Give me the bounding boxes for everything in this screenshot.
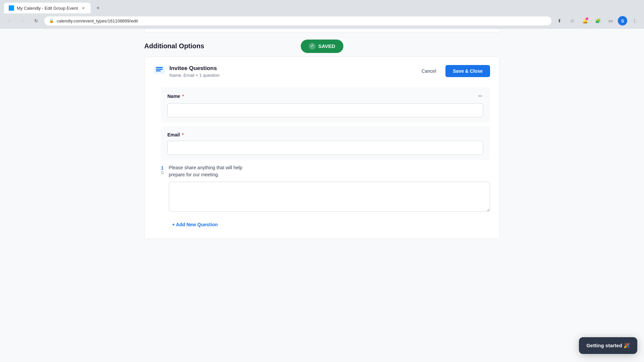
browser-chrome: My Calendly - Edit Group Event ✕ + ← → ↻…: [0, 0, 644, 29]
address-bar[interactable]: 🔒 calendly.com/event_types/161108899/edi…: [44, 16, 551, 25]
saved-badge: ✓ SAVED: [301, 40, 343, 53]
toolbar-actions: ⬆ ☆ 🔔 🧩 ▭ S ⋮: [554, 15, 640, 26]
card-title-group: Invitee Questions Name, Email + 1 questi…: [154, 65, 219, 78]
question-body: Please share anything that will helpprep…: [169, 164, 490, 213]
bottom-area: [144, 239, 500, 244]
getting-started-label: Getting started 🎉: [586, 343, 630, 349]
card-title-text: Invitee Questions Name, Email + 1 questi…: [169, 65, 219, 78]
email-field-label: Email *: [167, 132, 483, 137]
questions-area: Name * ✏ Email * 1 ⇅: [154, 87, 490, 231]
getting-started-widget[interactable]: Getting started 🎉: [579, 337, 637, 354]
sidebar-toggle-button[interactable]: ▭: [605, 15, 616, 26]
tab-favicon: [9, 5, 14, 11]
sort-icon[interactable]: ⇅: [161, 171, 164, 175]
back-button[interactable]: ←: [4, 15, 15, 26]
additional-options-title: Additional Options: [144, 42, 204, 50]
tab-title: My Calendly - Edit Group Event: [17, 6, 78, 11]
share-button[interactable]: ⬆: [554, 15, 565, 26]
lock-icon: 🔒: [49, 18, 54, 23]
page-content: Additional Options ✓ SAVED: [0, 29, 644, 361]
saved-check-icon: ✓: [309, 43, 316, 50]
browser-titlebar: My Calendly - Edit Group Event ✕ +: [0, 0, 644, 13]
question-textarea[interactable]: [169, 182, 490, 212]
forward-button[interactable]: →: [17, 15, 28, 26]
name-question-field: Name * ✏: [161, 87, 490, 123]
svg-rect-0: [156, 67, 163, 68]
svg-rect-1: [156, 69, 163, 70]
content-wrapper: Additional Options ✓ SAVED: [138, 29, 506, 258]
new-tab-button[interactable]: +: [93, 3, 103, 13]
question-number-controls: 1 ⇅: [161, 164, 164, 175]
cancel-button[interactable]: Cancel: [416, 66, 442, 76]
name-edit-button[interactable]: ✏: [478, 93, 483, 100]
add-new-question-button[interactable]: + Add New Question: [172, 219, 490, 231]
bookmark-button[interactable]: ☆: [567, 15, 578, 26]
tab-close-button[interactable]: ✕: [80, 5, 86, 11]
email-required-star: *: [182, 132, 183, 137]
question-text: Please share anything that will helpprep…: [169, 164, 490, 178]
email-input[interactable]: [167, 141, 483, 155]
email-question-field: Email *: [161, 127, 490, 160]
reload-button[interactable]: ↻: [31, 15, 42, 26]
active-browser-tab[interactable]: My Calendly - Edit Group Event ✕: [4, 3, 91, 13]
form-icon: [154, 66, 165, 74]
saved-badge-text: SAVED: [318, 43, 335, 49]
save-close-button[interactable]: Save & Close: [445, 65, 490, 77]
required-star: *: [182, 94, 184, 99]
additional-options-section: Additional Options ✓ SAVED: [144, 33, 500, 57]
card-header: Invitee Questions Name, Email + 1 questi…: [154, 65, 490, 78]
url-text: calendly.com/event_types/161108899/edit: [57, 18, 547, 23]
card-actions: Cancel Save & Close: [416, 65, 490, 77]
notifications-button[interactable]: 🔔: [580, 15, 590, 26]
menu-button[interactable]: ⋮: [629, 15, 640, 26]
svg-rect-2: [156, 70, 161, 71]
extensions-button[interactable]: 🧩: [592, 15, 603, 26]
profile-button[interactable]: S: [618, 16, 627, 25]
card-subtitle: Name, Email + 1 question: [169, 73, 219, 78]
browser-toolbar: ← → ↻ 🔒 calendly.com/event_types/1611088…: [0, 13, 644, 29]
invitee-questions-card: Invitee Questions Name, Email + 1 questi…: [144, 57, 500, 239]
card-title: Invitee Questions: [169, 65, 219, 72]
name-input[interactable]: [167, 103, 483, 117]
question-number: 1: [161, 166, 164, 170]
custom-question-1: 1 ⇅ Please share anything that will help…: [161, 164, 490, 213]
name-field-label: Name * ✏: [167, 93, 483, 100]
